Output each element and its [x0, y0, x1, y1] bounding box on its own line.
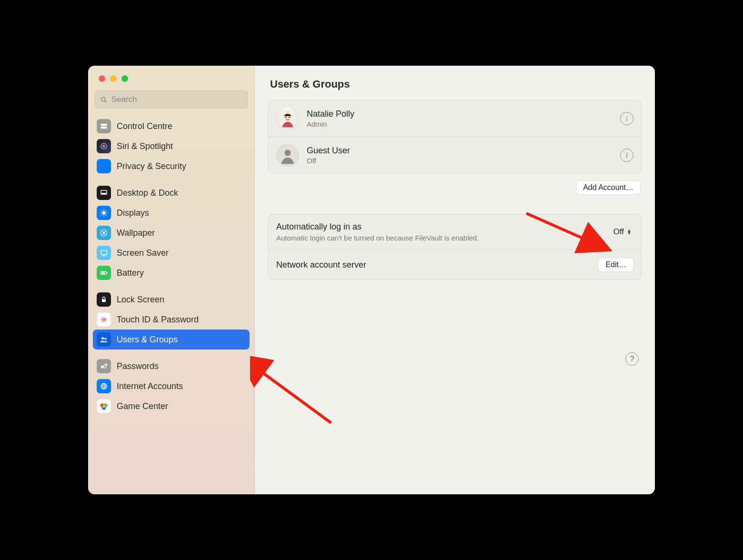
user-row: Guest User Off i	[269, 137, 641, 173]
siri-icon	[97, 139, 111, 153]
fullscreen-window-button[interactable]	[121, 75, 128, 82]
user-role: Off	[307, 157, 612, 165]
sidebar-item-label: Lock Screen	[117, 295, 164, 305]
svg-point-24	[101, 337, 104, 340]
sidebar-item-privacy-security[interactable]: Privacy & Security	[93, 156, 250, 176]
nas-edit-button[interactable]: Edit…	[598, 258, 633, 272]
user-role: Admin	[307, 120, 612, 128]
sidebar-item-label: Battery	[117, 268, 144, 278]
users-list-panel: Natalie Polly Admin i Guest User Off	[268, 100, 642, 174]
svg-point-8	[102, 211, 106, 215]
sidebar-item-passwords[interactable]: Passwords	[93, 356, 250, 376]
user-row: Natalie Polly Admin i	[269, 100, 641, 137]
svg-point-38	[284, 150, 291, 156]
lock-screen-icon	[97, 292, 111, 307]
user-info-button[interactable]: i	[620, 149, 633, 162]
sidebar-item-displays[interactable]: Displays	[93, 203, 250, 223]
sidebar-item-lock-screen[interactable]: Lock Screen	[93, 290, 250, 310]
nas-label: Network account server	[276, 260, 592, 270]
sidebar-item-siri-spotlight[interactable]: Siri & Spotlight	[93, 136, 250, 156]
auto-login-row: Automatically log in as Automatic login …	[269, 214, 641, 250]
control-centre-icon	[97, 119, 111, 133]
network-account-server-row: Network account server Edit…	[269, 250, 641, 280]
internet-accounts-icon	[97, 379, 111, 393]
sidebar-item-label: Screen Saver	[117, 248, 169, 258]
screen-saver-icon	[97, 246, 111, 260]
page-title: Users & Groups	[270, 78, 642, 90]
users-groups-icon	[97, 332, 111, 347]
sidebar-item-control-centre[interactable]: Control Centre	[93, 116, 250, 136]
auto-login-sub: Automatic login can't be turned on becau…	[276, 234, 606, 242]
sidebar-item-wallpaper[interactable]: Wallpaper	[93, 223, 250, 243]
wallpaper-icon	[97, 226, 111, 240]
sidebar-item-label: Internet Accounts	[117, 381, 183, 391]
sidebar-item-label: Users & Groups	[117, 335, 178, 345]
svg-rect-7	[102, 193, 106, 194]
close-window-button[interactable]	[99, 75, 105, 82]
touch-id-icon	[97, 312, 111, 327]
window-traffic-lights	[88, 75, 254, 90]
sidebar-item-label: Passwords	[117, 361, 159, 371]
sidebar-item-label: Displays	[117, 208, 149, 218]
sidebar-item-label: Control Centre	[117, 121, 172, 131]
user-name: Natalie Polly	[307, 109, 612, 119]
search-field[interactable]	[95, 90, 248, 109]
sidebar-item-game-center[interactable]: Game Center	[93, 396, 250, 416]
sidebar-item-battery[interactable]: Battery	[93, 263, 250, 283]
sidebar-item-label: Game Center	[117, 401, 168, 411]
main-content: Users & Groups Natalie Polly Admin	[255, 66, 655, 494]
svg-point-0	[101, 97, 105, 101]
battery-icon	[97, 266, 111, 280]
svg-point-5	[102, 145, 105, 148]
sidebar-item-desktop-dock[interactable]: Desktop & Dock	[93, 183, 250, 203]
svg-line-39	[260, 370, 331, 423]
svg-line-13	[101, 210, 102, 211]
login-settings-panel: Automatically log in as Automatic login …	[268, 214, 642, 280]
sidebar-item-screen-saver[interactable]: Screen Saver	[93, 243, 250, 263]
sidebar-item-label: Siri & Spotlight	[117, 141, 173, 151]
svg-rect-23	[102, 299, 106, 302]
avatar	[276, 107, 299, 130]
search-icon	[100, 96, 108, 104]
sidebar-item-label: Touch ID & Password	[117, 315, 199, 325]
svg-line-14	[106, 215, 107, 216]
sidebar-item-touch-id-password[interactable]: Touch ID & Password	[93, 310, 250, 330]
privacy-icon	[97, 159, 111, 173]
search-input[interactable]	[111, 95, 242, 104]
game-center-icon	[97, 399, 111, 413]
svg-line-1	[105, 100, 106, 102]
avatar-image	[278, 109, 297, 128]
auto-login-value: Off	[613, 227, 624, 237]
svg-point-32	[102, 405, 106, 408]
help-button[interactable]: ?	[625, 352, 639, 366]
system-settings-window: Control Centre Siri & Spotlight Privacy …	[88, 66, 655, 494]
sidebar-item-label: Desktop & Dock	[117, 188, 178, 198]
sidebar-item-internet-accounts[interactable]: Internet Accounts	[93, 376, 250, 396]
user-info-button[interactable]: i	[620, 112, 633, 125]
svg-point-25	[104, 338, 106, 340]
svg-line-15	[106, 210, 107, 211]
auto-login-popup[interactable]: Off ▲▼	[612, 226, 633, 238]
displays-icon	[97, 206, 111, 220]
svg-rect-2	[100, 124, 107, 126]
svg-point-35	[285, 117, 287, 118]
svg-line-16	[101, 215, 102, 216]
sidebar-item-label: Wallpaper	[117, 228, 155, 238]
sidebar-item-label: Privacy & Security	[117, 161, 186, 171]
svg-rect-18	[101, 250, 107, 255]
svg-rect-3	[100, 127, 107, 129]
auto-login-label: Automatically log in as	[276, 222, 606, 232]
avatar	[276, 144, 299, 167]
add-account-button[interactable]: Add Account…	[576, 180, 641, 195]
svg-point-36	[289, 117, 290, 118]
annotation-arrow-sidebar	[250, 356, 345, 428]
svg-rect-22	[101, 272, 105, 274]
svg-rect-21	[107, 272, 108, 274]
minimize-window-button[interactable]	[110, 75, 117, 82]
sidebar: Control Centre Siri & Spotlight Privacy …	[88, 66, 255, 494]
sidebar-item-users-groups[interactable]: Users & Groups	[93, 330, 250, 350]
updown-icon: ▲▼	[627, 229, 632, 235]
desktop-dock-icon	[97, 186, 111, 200]
sidebar-nav: Control Centre Siri & Spotlight Privacy …	[88, 113, 254, 426]
user-name: Guest User	[307, 146, 612, 156]
